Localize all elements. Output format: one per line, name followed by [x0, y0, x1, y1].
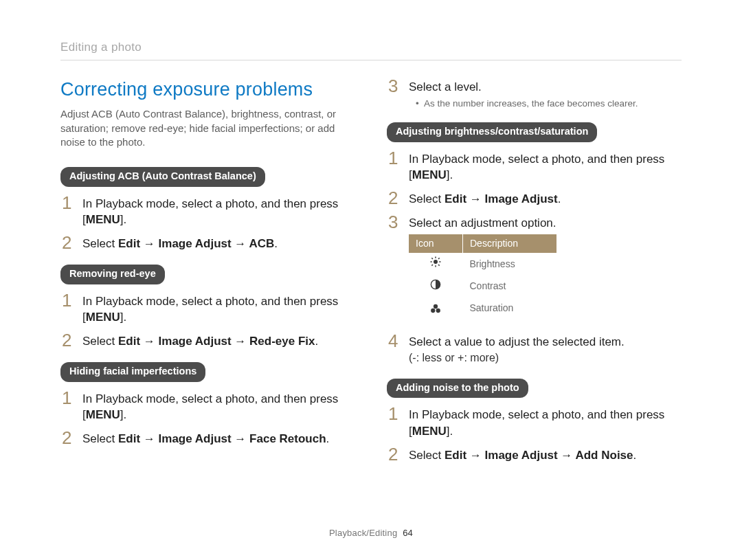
- step-text: In Playback mode, select a photo, and th…: [409, 149, 682, 184]
- manual-page: Editing a photo Correcting exposure prob…: [0, 0, 742, 560]
- menu-button-label: MENU: [86, 408, 120, 421]
- nav-path: Edit → Image Adjust → Red-eye Fix: [118, 335, 315, 348]
- svg-point-0: [434, 260, 438, 264]
- contrast-icon: [409, 276, 463, 298]
- menu-button-label: MENU: [412, 425, 447, 438]
- subheading-bcs: Adjusting brightness/contrast/saturation: [387, 122, 597, 142]
- table-row: Contrast: [409, 276, 556, 298]
- table-header-desc: Description: [463, 234, 556, 254]
- menu-button-label: MENU: [412, 168, 447, 181]
- step-3: 3 Select a level. As the number increase…: [387, 77, 682, 110]
- left-column: Correcting exposure problems Adjust ACB …: [60, 73, 355, 524]
- step-text: Select an adjustment option. Icon Descri…: [409, 213, 556, 326]
- step-text-line: In Playback mode, select a photo, and th…: [82, 295, 338, 308]
- step-2: 2 Select Edit → Image Adjust → Face Reto…: [60, 429, 355, 447]
- nav-path: Edit → Image Adjust: [445, 192, 558, 205]
- step-prefix: Select: [82, 237, 118, 250]
- two-column-layout: Correcting exposure problems Adjust ACB …: [60, 73, 682, 524]
- footer-page-number: 64: [403, 528, 413, 538]
- step-text: Select Edit → Image Adjust.: [409, 189, 561, 208]
- step-text: In Playback mode, select a photo, and th…: [409, 405, 682, 440]
- step-2: 2 Select Edit → Image Adjust → ACB.: [60, 234, 355, 252]
- step-prefix: Select: [82, 432, 118, 445]
- page-footer: Playback/Editing 64: [60, 527, 682, 539]
- svg-point-11: [431, 309, 435, 313]
- intro-text: Adjust ACB (Auto Contrast Balance), brig…: [60, 107, 355, 149]
- nav-path: Edit → Image Adjust → Add Noise: [445, 449, 633, 462]
- step-text: Select Edit → Image Adjust → Face Retouc…: [82, 429, 329, 447]
- nav-path: Edit → Image Adjust → Face Retouch: [118, 432, 326, 445]
- bullet-item: As the number increases, the face become…: [424, 98, 638, 110]
- subheading-noise: Adding noise to the photo: [387, 379, 528, 399]
- svg-line-8: [438, 258, 440, 260]
- page-header: Editing a photo: [60, 40, 682, 60]
- step-text: In Playback mode, select a photo, and th…: [82, 194, 355, 229]
- step-number: 2: [388, 445, 401, 463]
- footer-section-label: Playback/Editing: [329, 528, 397, 538]
- step-2: 2 Select Edit → Image Adjust → Red-eye F…: [60, 331, 355, 350]
- bracket-close: ]: [120, 408, 124, 421]
- step-text-line: In Playback mode, select a photo, and th…: [82, 197, 338, 210]
- table-header-row: Icon Description: [409, 234, 556, 254]
- saturation-label: Saturation: [463, 298, 556, 320]
- bracket-close: ]: [447, 425, 450, 438]
- brightness-icon-svg: [429, 256, 442, 268]
- step-prefix: Select: [409, 449, 445, 462]
- steps-bcs: 1 In Playback mode, select a photo, and …: [387, 149, 682, 366]
- section-title: Correcting exposure problems: [60, 77, 355, 102]
- step-number: 1: [62, 291, 74, 309]
- steps-face: 1 In Playback mode, select a photo, and …: [60, 389, 355, 447]
- contrast-label: Contrast: [463, 276, 556, 298]
- step-text: In Playback mode, select a photo, and th…: [82, 291, 355, 326]
- steps-redeye: 1 In Playback mode, select a photo, and …: [60, 291, 355, 350]
- bullet-list: As the number increases, the face become…: [409, 98, 638, 110]
- step-number: 2: [388, 189, 401, 207]
- bracket-close: ]: [447, 168, 450, 181]
- nav-path: Edit → Image Adjust → ACB: [118, 237, 274, 250]
- step-text-line: In Playback mode, select a photo, and th…: [82, 392, 338, 405]
- step-1: 1 In Playback mode, select a photo, and …: [60, 291, 355, 326]
- step-number: 1: [62, 389, 74, 407]
- subheading-acb: Adjusting ACB (Auto Contrast Balance): [60, 167, 265, 187]
- step-number: 4: [388, 332, 401, 350]
- step-text-line: Select a value to adjust the selected it…: [409, 335, 625, 348]
- table-row: Brightness: [409, 253, 556, 276]
- step-1: 1 In Playback mode, select a photo, and …: [60, 194, 355, 229]
- subheading-redeye: Removing red-eye: [60, 265, 165, 284]
- step-text: Select Edit → Image Adjust → ACB.: [82, 234, 278, 252]
- step-2: 2 Select Edit → Image Adjust → Add Noise…: [387, 445, 682, 464]
- table-header-icon: Icon: [409, 234, 463, 254]
- step-text-line: In Playback mode, select a photo, and th…: [409, 153, 664, 166]
- step-text-line: In Playback mode, select a photo, and th…: [409, 408, 664, 421]
- table-row: Saturation: [409, 298, 556, 320]
- step-text: Select Edit → Image Adjust → Add Noise.: [409, 445, 636, 464]
- steps-noise: 1 In Playback mode, select a photo, and …: [387, 405, 682, 463]
- brightness-icon: [409, 253, 463, 276]
- step-1: 1 In Playback mode, select a photo, and …: [60, 389, 355, 424]
- svg-line-5: [432, 258, 434, 260]
- menu-button-label: MENU: [86, 311, 120, 324]
- step-number: 1: [62, 194, 74, 212]
- step-4: 4 Select a value to adjust the selected …: [387, 332, 682, 366]
- step-number: 1: [388, 405, 401, 423]
- step-1: 1 In Playback mode, select a photo, and …: [387, 405, 682, 440]
- contrast-icon-svg: [430, 279, 441, 290]
- step-text: Select Edit → Image Adjust → Red-eye Fix…: [82, 331, 318, 350]
- steps-face-cont: 3 Select a level. As the number increase…: [387, 77, 682, 110]
- step-1: 1 In Playback mode, select a photo, and …: [387, 149, 682, 184]
- step-number: 3: [388, 213, 401, 231]
- bracket-close: ]: [120, 213, 124, 226]
- svg-point-10: [434, 304, 438, 309]
- step-number: 2: [62, 429, 74, 447]
- step-text-line: Select a level.: [409, 80, 482, 93]
- step-number: 1: [388, 149, 401, 167]
- subheading-face: Hiding facial imperfections: [60, 362, 205, 382]
- saturation-icon-svg: [429, 303, 442, 314]
- step-2: 2 Select Edit → Image Adjust.: [387, 189, 682, 208]
- step-number: 3: [388, 77, 401, 95]
- step-text-line: Select an adjustment option.: [409, 216, 556, 229]
- step-prefix: Select: [82, 335, 118, 348]
- saturation-icon: [409, 298, 463, 320]
- brightness-label: Brightness: [463, 253, 556, 276]
- step-text-line-2: (-: less or +: more): [409, 350, 625, 366]
